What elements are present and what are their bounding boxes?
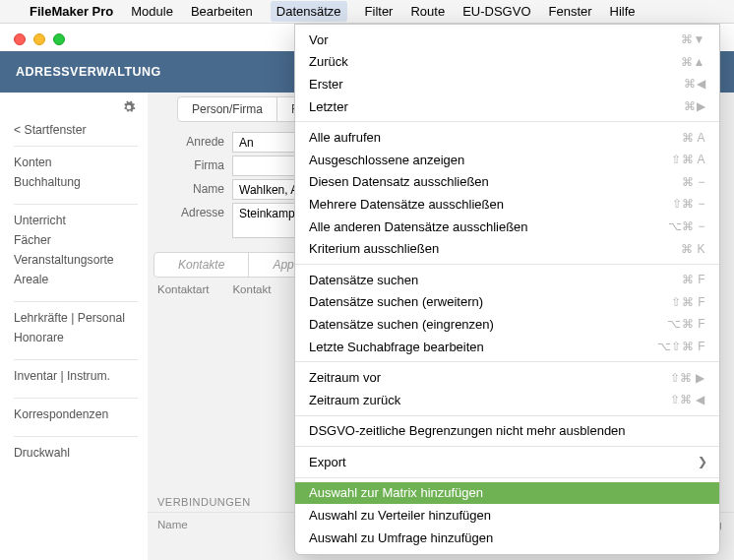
menu-zeitraum-vor[interactable]: Zeitraum vor⇧⌘ ▶	[295, 366, 719, 389]
hdr-name: Name	[157, 519, 188, 530]
tab-kontakte[interactable]: Kontakte	[154, 253, 249, 277]
sidebar-konten[interactable]: Konten	[14, 153, 138, 172]
menu-letzter[interactable]: Letzter⌘▶	[295, 95, 719, 118]
menubar-filter[interactable]: Filter	[365, 4, 394, 19]
menu-suchen-erweitern[interactable]: Datensätze suchen (erweitern)⇧⌘ F	[295, 291, 719, 314]
menu-ausgeschlossene-zeigen[interactable]: Ausgeschlossene anzeigen⇧⌘ A	[295, 149, 719, 171]
gear-icon[interactable]	[122, 100, 136, 114]
menubar-fenster[interactable]: Fenster	[549, 4, 592, 19]
label-anrede: Anrede	[173, 132, 232, 149]
label-name: Name	[173, 179, 232, 196]
chevron-right-icon: ❯	[698, 455, 707, 468]
menu-suchen[interactable]: Datensätze suchen⌘ F	[295, 269, 719, 291]
sidebar-faecher[interactable]: Fächer	[14, 230, 138, 250]
menu-datensaetze-dropdown: Vor⌘▼ Zurück⌘▲ Erster⌘◀ Letzter⌘▶ Alle a…	[294, 24, 720, 555]
window-traffic-lights	[14, 33, 65, 45]
menu-vor[interactable]: Vor⌘▼	[295, 29, 719, 51]
menubar-appname[interactable]: FileMaker Pro	[30, 4, 113, 19]
sidebar-honorare[interactable]: Honorare	[14, 328, 138, 347]
menu-erster[interactable]: Erster⌘◀	[295, 73, 719, 95]
label-firma: Firma	[173, 156, 232, 172]
sidebar-inventar[interactable]: Inventar | Instrum.	[14, 366, 138, 386]
tab-person-firma[interactable]: Person/Firma	[178, 97, 277, 121]
sidebar-back[interactable]: Startfenster	[14, 120, 138, 140]
menu-dsgvo-unhide[interactable]: DSGVO-zeitliche Begrenzungen nicht mehr …	[295, 420, 719, 443]
window-minimize-button[interactable]	[33, 33, 45, 45]
menu-auswahl-matrix[interactable]: Auswahl zur Matrix hinzufügen	[295, 482, 719, 505]
menu-export[interactable]: Export❯	[295, 451, 719, 473]
menu-zurueck[interactable]: Zurück⌘▲	[295, 51, 719, 74]
sidebar-korrespondenzen[interactable]: Korrespondenzen	[14, 404, 138, 424]
menu-andere-ausschliessen[interactable]: Alle anderen Datensätze ausschließen⌥⌘ −	[295, 216, 719, 238]
sidebar-lehrkraefte[interactable]: Lehrkräfte | Personal	[14, 308, 138, 328]
sidebar: Startfenster Konten Buchhaltung Unterric…	[0, 93, 148, 560]
menubar-hilfe[interactable]: Hilfe	[610, 4, 636, 19]
window-close-button[interactable]	[14, 33, 26, 45]
menu-auswahl-umfrage[interactable]: Auswahl zu Umfrage hinzufügen	[295, 527, 719, 549]
menu-kriterium-ausschliessen[interactable]: Kriterium ausschließen⌘ K	[295, 237, 719, 260]
menubar-datensaetze[interactable]: Datensätze	[271, 1, 347, 22]
sidebar-orte[interactable]: Veranstaltungsorte	[14, 250, 138, 270]
sidebar-buchhaltung[interactable]: Buchhaltung	[14, 172, 138, 192]
menu-diesen-ausschliessen[interactable]: Diesen Datensatz ausschließen⌘ −	[295, 171, 719, 194]
menu-suchen-eingrenzen[interactable]: Datensätze suchen (eingrenzen)⌥⌘ F	[295, 313, 719, 336]
menubar-bearbeiten[interactable]: Bearbeiten	[191, 4, 253, 19]
sidebar-unterricht[interactable]: Unterricht	[14, 211, 138, 230]
menu-alle-aufrufen[interactable]: Alle aufrufen⌘ A	[295, 126, 719, 149]
menu-zeitraum-zurueck[interactable]: Zeitraum zurück⇧⌘ ◀	[295, 389, 719, 411]
menu-mehrere-ausschliessen[interactable]: Mehrere Datensätze ausschließen⇧⌘ −	[295, 193, 719, 216]
menubar-module[interactable]: Module	[131, 4, 173, 19]
window-zoom-button[interactable]	[53, 33, 65, 45]
menubar-eudsgvo[interactable]: EU-DSGVO	[462, 4, 530, 19]
system-menubar: FileMaker Pro Module Bearbeiten Datensät…	[0, 0, 734, 24]
menu-letzte-suche[interactable]: Letzte Suchabfrage bearbeiten⌥⇧⌘ F	[295, 336, 719, 358]
menubar-route[interactable]: Route	[410, 4, 445, 19]
hdr-kontakt: Kontakt	[232, 283, 271, 295]
hdr-kontaktart: Kontaktart	[157, 283, 209, 295]
sidebar-druckwahl[interactable]: Druckwahl	[14, 443, 138, 463]
menu-auswahl-verteiler[interactable]: Auswahl zu Verteiler hinzufügen	[295, 504, 719, 527]
label-adresse: Adresse	[173, 203, 232, 219]
sidebar-areale[interactable]: Areale	[14, 270, 138, 289]
